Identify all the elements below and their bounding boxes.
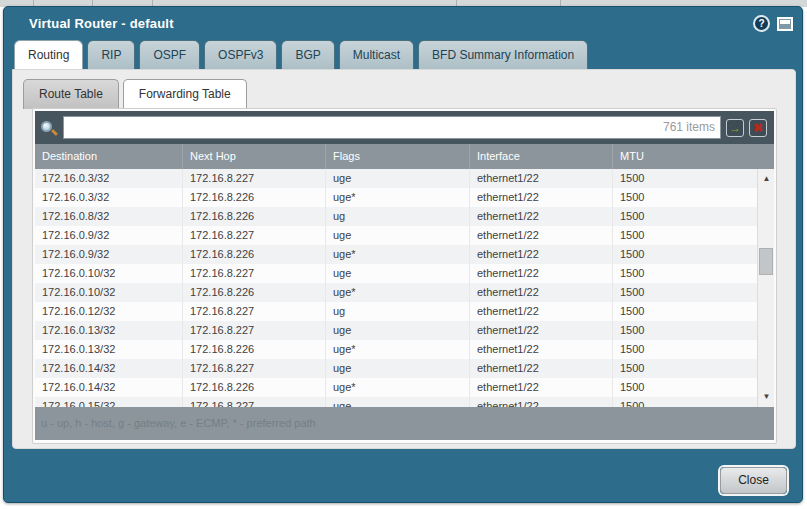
tab-multicast[interactable]: Multicast — [339, 40, 414, 69]
cell-destination: 172.16.0.9/32 — [35, 226, 182, 245]
cell-destination: 172.16.0.8/32 — [35, 207, 182, 226]
cell-destination: 172.16.0.14/32 — [35, 359, 182, 378]
scroll-up-icon[interactable]: ▲ — [758, 171, 774, 187]
tab-routing[interactable]: Routing — [14, 40, 83, 69]
table-row[interactable]: 172.16.0.10/32172.16.8.227ugeethernet1/2… — [35, 264, 757, 283]
search-icon[interactable] — [40, 118, 58, 138]
table-row[interactable]: 172.16.0.10/32172.16.8.226uge*ethernet1/… — [35, 283, 757, 302]
search-box: 761 items — [63, 116, 721, 139]
scrollbar-thumb[interactable] — [759, 248, 773, 275]
cell-mtu: 1500 — [612, 397, 757, 407]
tab-ospfv3[interactable]: OSPFv3 — [204, 40, 277, 69]
cell-flags: uge — [325, 397, 469, 407]
cell-mtu: 1500 — [612, 226, 757, 245]
cell-mtu: 1500 — [612, 245, 757, 264]
cell-flags: uge* — [325, 188, 469, 207]
cell-interface: ethernet1/22 — [469, 188, 612, 207]
apply-filter-button[interactable]: → — [726, 119, 744, 137]
clear-filter-button[interactable]: ✖ — [749, 119, 767, 137]
cell-interface: ethernet1/22 — [469, 340, 612, 359]
tab-bfd-summary-information[interactable]: BFD Summary Information — [418, 40, 588, 69]
table-row[interactable]: 172.16.0.3/32172.16.8.227ugeethernet1/22… — [35, 169, 757, 188]
cell-destination: 172.16.0.3/32 — [35, 188, 182, 207]
cell-interface: ethernet1/22 — [469, 321, 612, 340]
virtual-router-dialog: Virtual Router - default ? RoutingRIPOSP… — [3, 6, 803, 503]
column-header-interface[interactable]: Interface — [469, 144, 612, 169]
cell-interface: ethernet1/22 — [469, 283, 612, 302]
tab-ospf[interactable]: OSPF — [139, 40, 200, 69]
search-toolbar: 761 items → ✖ — [35, 111, 774, 144]
cell-interface: ethernet1/22 — [469, 378, 612, 397]
cell-next-hop: 172.16.8.226 — [182, 188, 325, 207]
cell-destination: 172.16.0.13/32 — [35, 321, 182, 340]
cell-flags: uge* — [325, 283, 469, 302]
cell-mtu: 1500 — [612, 264, 757, 283]
cell-flags: uge* — [325, 340, 469, 359]
cell-interface: ethernet1/22 — [469, 207, 612, 226]
cell-next-hop: 172.16.8.226 — [182, 207, 325, 226]
search-input[interactable] — [63, 116, 721, 139]
cell-interface: ethernet1/22 — [469, 169, 612, 188]
cell-next-hop: 172.16.8.226 — [182, 340, 325, 359]
cell-next-hop: 172.16.8.226 — [182, 378, 325, 397]
dialog-titlebar: Virtual Router - default ? — [4, 7, 802, 40]
cell-next-hop: 172.16.8.227 — [182, 321, 325, 340]
help-icon[interactable]: ? — [753, 15, 770, 32]
cell-destination: 172.16.0.10/32 — [35, 283, 182, 302]
cell-destination: 172.16.0.3/32 — [35, 169, 182, 188]
cell-next-hop: 172.16.8.227 — [182, 397, 325, 407]
cell-mtu: 1500 — [612, 207, 757, 226]
cell-destination: 172.16.0.14/32 — [35, 378, 182, 397]
table-row[interactable]: 172.16.0.9/32172.16.8.227ugeethernet1/22… — [35, 226, 757, 245]
column-header-mtu[interactable]: MTU — [612, 144, 774, 169]
cell-next-hop: 172.16.8.227 — [182, 359, 325, 378]
sub-tab-bar: Route TableForwarding Table — [23, 79, 247, 109]
tab-bgp[interactable]: BGP — [281, 40, 334, 69]
table-row[interactable]: 172.16.0.3/32172.16.8.226uge*ethernet1/2… — [35, 188, 757, 207]
table-row[interactable]: 172.16.0.14/32172.16.8.226uge*ethernet1/… — [35, 378, 757, 397]
titlebar-icons: ? — [753, 15, 793, 32]
column-header-next-hop[interactable]: Next Hop — [182, 144, 325, 169]
cell-mtu: 1500 — [612, 283, 757, 302]
cell-interface: ethernet1/22 — [469, 302, 612, 321]
routing-panel: Route TableForwarding Table 761 items → … — [12, 69, 796, 449]
cell-destination: 172.16.0.12/32 — [35, 302, 182, 321]
cell-flags: uge* — [325, 245, 469, 264]
cell-interface: ethernet1/22 — [469, 226, 612, 245]
column-header-destination[interactable]: Destination — [35, 144, 182, 169]
cell-destination: 172.16.0.15/32 — [35, 397, 182, 407]
cell-next-hop: 172.16.8.226 — [182, 283, 325, 302]
cell-interface: ethernet1/22 — [469, 397, 612, 407]
table-body: 172.16.0.3/32172.16.8.227ugeethernet1/22… — [35, 169, 774, 407]
cell-flags: uge — [325, 264, 469, 283]
cell-interface: ethernet1/22 — [469, 264, 612, 283]
close-button[interactable]: Close — [720, 467, 787, 494]
tab-rip[interactable]: RIP — [87, 40, 135, 69]
cell-destination: 172.16.0.9/32 — [35, 245, 182, 264]
subtab-route-table[interactable]: Route Table — [23, 79, 119, 109]
cell-next-hop: 172.16.8.227 — [182, 302, 325, 321]
cell-mtu: 1500 — [612, 359, 757, 378]
cell-next-hop: 172.16.8.227 — [182, 169, 325, 188]
flags-legend: u - up, h - host, g - gateway, e - ECMP,… — [35, 407, 774, 440]
table-row[interactable]: 172.16.0.13/32172.16.8.227ugeethernet1/2… — [35, 321, 757, 340]
cell-mtu: 1500 — [612, 302, 757, 321]
cell-mtu: 1500 — [612, 378, 757, 397]
table-row[interactable]: 172.16.0.13/32172.16.8.226uge*ethernet1/… — [35, 340, 757, 359]
table-row[interactable]: 172.16.0.15/32172.16.8.227ugeethernet1/2… — [35, 397, 757, 407]
subtab-forwarding-table[interactable]: Forwarding Table — [123, 79, 247, 109]
table-row[interactable]: 172.16.0.8/32172.16.8.226ugethernet1/221… — [35, 207, 757, 226]
cell-flags: uge — [325, 226, 469, 245]
scroll-down-icon[interactable]: ▼ — [758, 389, 774, 405]
vertical-scrollbar[interactable]: ▲ ▼ — [757, 169, 774, 407]
column-header-flags[interactable]: Flags — [325, 144, 469, 169]
dialog-title: Virtual Router - default — [29, 16, 174, 31]
table-rows: 172.16.0.3/32172.16.8.227ugeethernet1/22… — [35, 169, 757, 407]
table-row[interactable]: 172.16.0.12/32172.16.8.227ugethernet1/22… — [35, 302, 757, 321]
cell-interface: ethernet1/22 — [469, 359, 612, 378]
table-row[interactable]: 172.16.0.14/32172.16.8.227ugeethernet1/2… — [35, 359, 757, 378]
table-row[interactable]: 172.16.0.9/32172.16.8.226uge*ethernet1/2… — [35, 245, 757, 264]
cell-destination: 172.16.0.13/32 — [35, 340, 182, 359]
window-icon[interactable] — [777, 17, 793, 31]
table-header-row: DestinationNext HopFlagsInterfaceMTU — [35, 144, 774, 169]
